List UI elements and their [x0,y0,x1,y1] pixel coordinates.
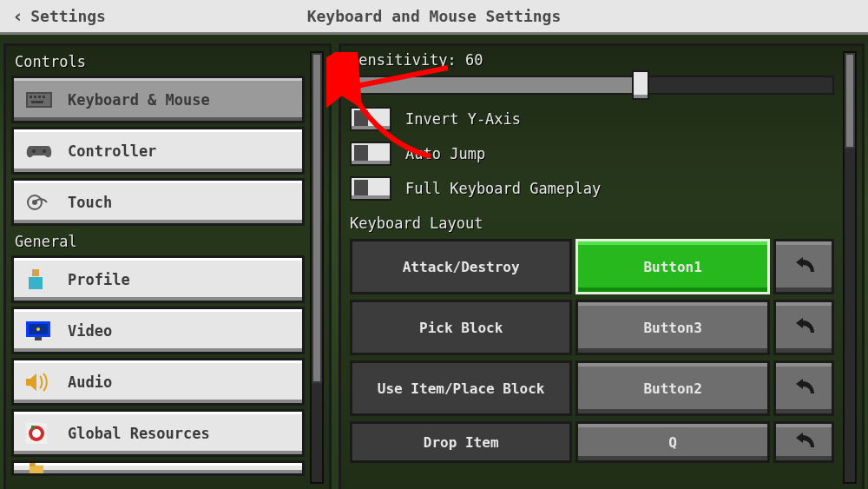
sidebar-item-profile[interactable]: Profile [11,255,305,303]
svg-point-7 [32,149,36,153]
touch-icon [26,193,54,212]
sidebar-item-label: Touch [68,194,112,211]
svg-rect-20 [31,426,35,429]
profile-icon [26,269,54,290]
keybind-action: Attack/Destroy [350,239,572,294]
sidebar-item-label: Global Resources [68,425,210,442]
svg-point-16 [36,327,40,331]
controller-icon [26,142,54,160]
keybind-button[interactable]: Button3 [575,300,770,355]
sensitivity-label: Sensitivity: 60 [346,50,838,76]
global-resources-icon [26,423,54,444]
keybind-reset-button[interactable] [773,239,834,294]
sidebar-item-video[interactable]: Video [11,307,305,354]
keybind-action: Pick Block [350,300,572,355]
toggle-invert-y[interactable] [350,107,391,131]
section-heading-controls: Controls [11,50,305,76]
sidebar-scrollbar[interactable] [310,51,324,484]
scrollbar-thumb[interactable] [312,53,322,383]
page-title: Keyboard and Mouse Settings [0,7,868,25]
sidebar-item-controller[interactable]: Controller [11,127,305,175]
chevron-left-icon: ‹ [12,5,23,27]
svg-rect-12 [29,277,43,289]
sidebar-item-audio[interactable]: Audio [11,358,305,406]
settings-scrollbar[interactable] [843,51,857,484]
svg-point-10 [32,200,37,205]
keybind-button[interactable]: Button2 [575,360,770,416]
sidebar-item-label: Video [68,322,112,340]
keyboard-icon [26,92,54,108]
undo-icon [792,257,815,276]
svg-rect-4 [38,96,41,98]
toggle-label: Invert Y-Axis [405,110,521,128]
svg-point-8 [43,149,46,153]
keybind-action: Drop Item [350,421,572,463]
keybind-button[interactable]: Button1 [575,239,770,294]
undo-icon [792,318,815,337]
sidebar-item-partial[interactable] [11,460,305,476]
undo-icon [792,379,815,398]
toggle-label: Auto Jump [405,145,485,162]
sidebar-item-label: Controller [68,142,156,160]
svg-rect-11 [32,269,39,276]
sidebar-panel: Controls Keyboard & Mouse Controller Tou… [3,43,332,489]
sidebar-item-keyboard-mouse[interactable]: Keyboard & Mouse [11,76,305,123]
sidebar-item-touch[interactable]: Touch [11,178,305,226]
top-bar: ‹ Settings Keyboard and Mouse Settings [0,0,868,35]
keybind-reset-button[interactable] [773,360,834,416]
sidebar-item-label: Keyboard & Mouse [68,91,210,109]
svg-rect-21 [30,466,43,473]
sidebar-item-label: Audio [68,373,112,391]
svg-rect-22 [30,463,36,466]
svg-rect-2 [30,96,32,98]
sidebar-item-global-resources[interactable]: Global Resources [11,409,305,457]
svg-rect-5 [43,96,45,98]
toggle-full-keyboard[interactable] [350,176,391,201]
sensitivity-slider[interactable] [350,76,834,95]
scrollbar-thumb[interactable] [845,53,855,149]
folder-icon [26,463,54,473]
keybind-button[interactable]: Q [575,421,770,463]
audio-icon [26,373,54,392]
keybind-reset-button[interactable] [773,300,834,355]
svg-point-19 [32,429,41,438]
keybind-heading: Keyboard Layout [346,211,838,239]
slider-knob[interactable] [632,70,649,100]
video-icon [26,321,54,340]
sidebar-item-label: Profile [68,271,130,288]
section-heading-general: General [11,229,305,255]
toggle-auto-jump[interactable] [350,142,391,166]
svg-rect-6 [31,101,43,103]
settings-panel: Sensitivity: 60 Invert Y-Axis Auto Jump … [339,43,865,489]
toggle-label: Full Keyboard Gameplay [405,180,601,197]
keybind-action: Use Item/Place Block [350,360,572,416]
back-button[interactable]: ‹ Settings [0,0,118,32]
svg-rect-3 [34,96,36,98]
svg-rect-15 [35,337,42,340]
back-label: Settings [30,7,106,25]
keybind-reset-button[interactable] [773,421,834,463]
undo-icon [792,433,815,452]
